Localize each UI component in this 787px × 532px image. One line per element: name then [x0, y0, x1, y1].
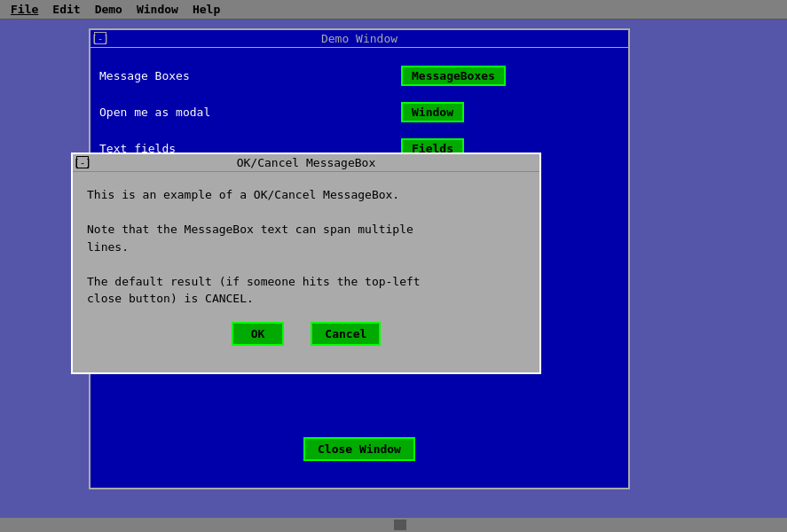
msgbox-line6: The default result (if someone hits the … — [87, 275, 421, 288]
demo-window-titlebar: [-] Demo Window — [91, 30, 628, 48]
menu-window[interactable]: Window — [130, 1, 185, 18]
msgbox-titlebar: [-] OK/Cancel MessageBox — [73, 154, 539, 172]
open-modal-label: Open me as modal — [99, 106, 401, 119]
msgbox-line3: Note that the MessageBox text can span m… — [87, 223, 413, 236]
menu-file[interactable]: File — [4, 1, 45, 18]
msgbox-text: This is an example of a OK/Cancel Messag… — [87, 186, 525, 308]
demo-row-message-boxes: Message Boxes MessageBoxes — [99, 66, 619, 86]
msgbox-title: OK/Cancel MessageBox — [237, 156, 376, 169]
message-boxes-label: Message Boxes — [99, 69, 401, 82]
menubar: File Edit Demo Window Help — [0, 0, 787, 20]
scrollbar[interactable] — [0, 518, 787, 532]
demo-row-modal: Open me as modal Window — [99, 102, 619, 122]
menu-demo[interactable]: Demo — [88, 1, 130, 18]
msgbox-dialog: [-] OK/Cancel MessageBox This is an exam… — [71, 153, 541, 374]
message-boxes-button[interactable]: MessageBoxes — [401, 66, 506, 86]
scrollbar-thumb[interactable] — [394, 520, 406, 530]
msgbox-close-button[interactable]: [-] — [76, 156, 89, 168]
demo-window-close-button[interactable]: [-] — [94, 32, 106, 44]
menu-edit[interactable]: Edit — [45, 1, 87, 18]
msgbox-line7: close button) is CANCEL. — [87, 292, 254, 305]
msgbox-body: This is an example of a OK/Cancel Messag… — [73, 172, 539, 355]
msgbox-buttons: OK Cancel — [87, 322, 525, 346]
menu-help[interactable]: Help — [185, 1, 227, 18]
msgbox-line4: lines. — [87, 240, 129, 254]
main-area: [-] Demo Window Message Boxes MessageBox… — [0, 20, 787, 532]
msgbox-ok-button[interactable]: OK — [232, 322, 285, 346]
demo-window-title: Demo Window — [321, 32, 397, 45]
msgbox-cancel-button[interactable]: Cancel — [311, 322, 381, 346]
close-window-button[interactable]: Close Window — [303, 437, 415, 461]
msgbox-line1: This is an example of a OK/Cancel Messag… — [87, 188, 399, 201]
open-modal-button[interactable]: Window — [401, 102, 464, 122]
close-window-wrap: Close Window — [91, 437, 628, 461]
